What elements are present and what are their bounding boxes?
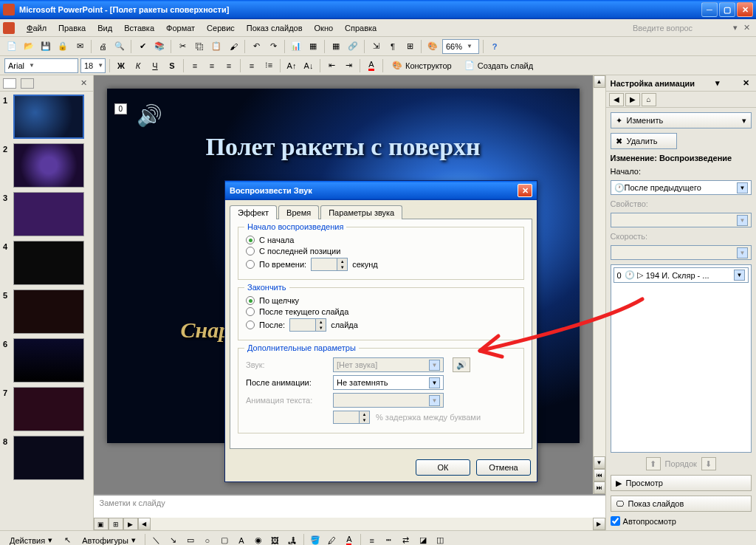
help-button[interactable]: ? <box>487 39 502 54</box>
notes-pane[interactable]: Заметки к слайду <box>94 494 605 518</box>
format-painter-button[interactable]: 🖌 <box>226 39 241 54</box>
menu-dropdown[interactable]: ▾ <box>730 23 740 32</box>
designer-button[interactable]: 🎨 Конструктор <box>387 58 457 73</box>
slide-thumbnail[interactable] <box>13 192 84 236</box>
arrow-style-button[interactable]: ⇄ <box>399 533 413 546</box>
font-combo[interactable]: Arial▼ <box>4 58 78 73</box>
decrease-font-button[interactable]: A↓ <box>301 58 316 73</box>
textbox-tool-button[interactable]: ▢ <box>217 533 232 546</box>
align-left-button[interactable]: ≡ <box>188 58 202 73</box>
menu-tools[interactable]: Сервис <box>201 22 241 34</box>
cancel-button[interactable]: Отмена <box>476 459 531 476</box>
ask-question-input[interactable]: Введите вопрос <box>627 22 730 34</box>
taskpane-close-button[interactable]: ✕ <box>740 78 752 88</box>
sound-object-icon[interactable]: 🔊 <box>137 103 162 128</box>
tab-time[interactable]: Время <box>278 205 319 219</box>
undo-button[interactable]: ↶ <box>249 39 264 54</box>
tab-effect[interactable]: Эффект <box>230 205 277 219</box>
menu-view[interactable]: Вид <box>92 22 118 34</box>
align-right-button[interactable]: ≡ <box>221 58 236 73</box>
grid-button[interactable]: ⊞ <box>402 39 417 54</box>
prev-slide-button[interactable]: ⏮ <box>594 469 605 481</box>
zoom-combo[interactable]: 66%▼ <box>442 39 479 54</box>
maximize-button[interactable]: ▢ <box>719 2 735 17</box>
spellcheck-button[interactable]: ✔ <box>135 39 150 54</box>
tables-borders-button[interactable]: ▦ <box>329 39 343 54</box>
radio-from-start[interactable] <box>246 236 255 244</box>
line-color-button[interactable]: 🖊 <box>325 533 340 546</box>
decrease-indent-button[interactable]: ⇤ <box>324 58 339 73</box>
sorter-view-button[interactable]: ⊞ <box>109 518 123 530</box>
increase-font-button[interactable]: A↑ <box>284 58 299 73</box>
radio-from-last[interactable] <box>246 247 255 256</box>
wordart-button[interactable]: A <box>234 533 249 546</box>
taskpane-forward-button[interactable]: ▶ <box>625 93 640 106</box>
normal-view-button[interactable]: ▣ <box>94 518 109 530</box>
fill-color-button[interactable]: 🪣 <box>308 533 323 546</box>
new-button[interactable]: 📄 <box>4 39 19 54</box>
menu-help[interactable]: Справка <box>339 22 382 34</box>
animation-list[interactable]: 0 🕐 ▷ 194 И. Скляр - ... ▼ <box>611 264 752 453</box>
taskpane-dropdown[interactable]: ▾ <box>713 78 722 88</box>
radio-by-time[interactable] <box>246 260 255 269</box>
radio-on-click[interactable] <box>246 296 255 305</box>
research-button[interactable]: 📚 <box>152 39 167 54</box>
next-slide-button[interactable]: ⏭ <box>594 481 605 494</box>
redo-button[interactable]: ↷ <box>266 39 281 54</box>
save-button[interactable]: 💾 <box>38 39 53 54</box>
font-size-combo[interactable]: 18▼ <box>80 58 106 73</box>
delete-effect-button[interactable]: ✖ Удалить <box>611 133 677 149</box>
shadow-button[interactable]: S <box>165 58 179 73</box>
expand-button[interactable]: ⇲ <box>368 39 383 54</box>
scroll-down-button[interactable]: ▼ <box>594 456 605 469</box>
move-down-button[interactable]: ⬇ <box>701 457 716 470</box>
select-objects-button[interactable]: ↖ <box>60 533 75 546</box>
bullets-button[interactable]: ⁝≡ <box>261 58 276 73</box>
move-up-button[interactable]: ⬆ <box>646 457 661 470</box>
animation-item[interactable]: 0 🕐 ▷ 194 И. Скляр - ... ▼ <box>614 267 749 283</box>
dash-style-button[interactable]: ┅ <box>382 533 396 546</box>
panel-close-button[interactable]: ✕ <box>78 78 90 88</box>
slide-thumbnail[interactable] <box>13 436 84 480</box>
menu-insert[interactable]: Вставка <box>118 22 160 34</box>
align-center-button[interactable]: ≡ <box>205 58 219 73</box>
close-button[interactable]: ✕ <box>737 2 753 17</box>
outline-tab[interactable] <box>21 78 34 89</box>
line-tool-button[interactable]: ＼ <box>149 533 164 546</box>
slide-thumbnail[interactable] <box>13 338 84 383</box>
show-formatting-button[interactable]: ¶ <box>385 39 400 54</box>
italic-button[interactable]: К <box>131 58 145 73</box>
minimize-button[interactable]: ─ <box>701 2 718 17</box>
preview-button[interactable]: 🔍 <box>112 39 127 54</box>
change-effect-button[interactable]: ✦ Изменить ▾ <box>611 112 752 128</box>
menu-file[interactable]: Файл <box>21 22 52 34</box>
cut-button[interactable]: ✂ <box>175 39 190 54</box>
vertical-scrollbar[interactable]: ▲ ▼ ⏮ ⏭ <box>593 75 605 494</box>
diagram-button[interactable]: ◉ <box>251 533 266 546</box>
color-button[interactable]: 🎨 <box>425 39 440 54</box>
open-button[interactable]: 📂 <box>21 39 36 54</box>
actions-menu[interactable]: Действия ▾ <box>4 533 58 546</box>
scroll-left-button[interactable]: ◀ <box>138 518 151 530</box>
taskpane-back-button[interactable]: ◀ <box>609 93 624 106</box>
chart-button[interactable]: 📊 <box>289 39 303 54</box>
slide-thumbnail[interactable] <box>13 387 84 431</box>
autoshapes-menu[interactable]: Автофигуры ▾ <box>77 533 141 546</box>
slide-thumbnail[interactable] <box>13 289 84 334</box>
radio-after-slides[interactable] <box>246 321 255 329</box>
menu-format[interactable]: Формат <box>160 22 201 34</box>
sound-play-button[interactable]: 🔊 <box>453 357 470 372</box>
autopreview-checkbox[interactable]: Автопросмотр <box>611 516 752 526</box>
scroll-right-button[interactable]: ▶ <box>593 518 605 530</box>
rectangle-tool-button[interactable]: ▭ <box>183 533 198 546</box>
after-animation-combo[interactable]: Не затемнять▼ <box>333 375 444 390</box>
dialog-close-button[interactable]: ✕ <box>518 184 532 197</box>
oval-tool-button[interactable]: ○ <box>200 533 215 546</box>
email-button[interactable]: ✉ <box>72 39 87 54</box>
slides-tab[interactable] <box>3 78 16 89</box>
menu-window[interactable]: Окно <box>309 22 340 34</box>
taskpane-home-button[interactable]: ⌂ <box>642 93 656 106</box>
table-button[interactable]: ▦ <box>306 39 320 54</box>
line-style-button[interactable]: ≡ <box>365 533 379 546</box>
hyperlink-button[interactable]: 🔗 <box>346 39 360 54</box>
